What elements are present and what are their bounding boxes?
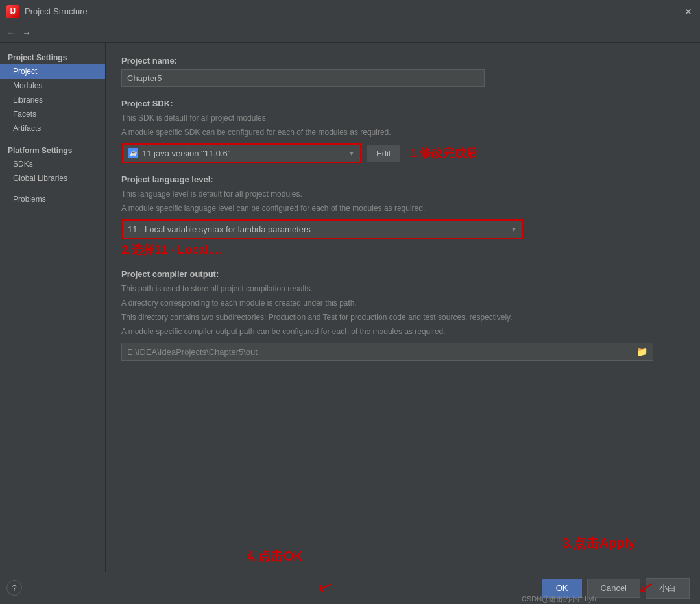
project-settings-label: Project Settings [0, 49, 105, 64]
window-title: Project Structure [25, 6, 683, 16]
sidebar-item-sdks[interactable]: SDKs [0, 157, 105, 171]
forward-arrow[interactable]: → [22, 28, 31, 38]
language-dropdown[interactable]: 11 - Local variable syntax for lambda pa… [121, 219, 524, 239]
sidebar-item-modules[interactable]: Modules [0, 79, 105, 93]
sidebar-item-artifacts[interactable]: Artifacts [0, 121, 105, 136]
annotation-1: 1.修改完成后 [409, 145, 477, 161]
sidebar-item-project[interactable]: Project [0, 64, 105, 79]
project-structure-window: IJ Project Structure ✕ ← → Project Setti… [0, 0, 700, 604]
title-bar: IJ Project Structure ✕ [0, 0, 700, 23]
sidebar-item-problems[interactable]: Problems [0, 192, 105, 206]
back-arrow[interactable]: ← [6, 28, 16, 38]
title-bar-controls: ✕ [683, 6, 694, 17]
project-compiler-label: Project compiler output: [121, 269, 684, 279]
compiler-output-row: E:\IDEA\IdeaProjects\Chapter5\out 📁 [121, 343, 653, 361]
edit-button[interactable]: Edit [367, 145, 400, 162]
project-compiler-desc4: A module specific compiler output path c… [121, 326, 684, 337]
close-button[interactable]: ✕ [683, 6, 694, 17]
arrow-ok-icon: ↙ [315, 574, 336, 599]
nav-bar: ← → [0, 23, 700, 43]
project-language-desc2: A module specific language level can be … [121, 202, 684, 214]
java-icon: ☕ [128, 148, 138, 158]
project-compiler-desc3: This directory contains two subdirectori… [121, 311, 684, 323]
sidebar: Project Settings Project Modules Librari… [0, 43, 106, 572]
cancel-button[interactable]: Cancel [587, 579, 640, 598]
platform-settings-label: Platform Settings [0, 142, 105, 157]
project-language-desc1: This language level is default for all p… [121, 188, 684, 200]
sidebar-item-facets[interactable]: Facets [0, 107, 105, 121]
project-compiler-desc1: This path is used to store all project c… [121, 283, 684, 295]
sdk-dropdown-value: ☕ 11 java version "11.0.6" [128, 148, 230, 158]
bottom-bar: 3.点击Apply 4.点击OK ↙ ↙ ? OK Cancel 小白 CSDN… [0, 572, 700, 604]
folder-browse-icon[interactable]: 📁 [636, 346, 647, 357]
main-content: Project Settings Project Modules Librari… [0, 43, 700, 572]
project-sdk-desc1: This SDK is default for all project modu… [121, 112, 684, 124]
apply-button[interactable]: 小白 [646, 578, 690, 599]
ok-button[interactable]: OK [542, 579, 582, 598]
project-sdk-desc2: A module specific SDK can be configured … [121, 127, 684, 138]
project-compiler-desc2: A directory corresponding to each module… [121, 297, 684, 309]
language-dropdown-arrow: ▼ [511, 226, 517, 233]
content-area: Project name: Project SDK: This SDK is d… [106, 43, 700, 572]
sdk-dropdown-arrow: ▼ [348, 150, 355, 157]
sidebar-item-global-libraries[interactable]: Global Libraries [0, 171, 105, 186]
project-name-label: Project name: [121, 56, 684, 66]
help-button[interactable]: ? [6, 580, 22, 596]
sidebar-item-libraries[interactable]: Libraries [0, 93, 105, 107]
app-icon: IJ [6, 5, 19, 18]
project-language-label: Project language level: [121, 175, 684, 184]
project-name-input[interactable] [121, 69, 485, 87]
annotation-2: 2.选择11 - Local.... [121, 242, 684, 258]
sdk-dropdown[interactable]: ☕ 11 java version "11.0.6" ▼ [121, 143, 361, 163]
project-sdk-label: Project SDK: [121, 99, 684, 108]
